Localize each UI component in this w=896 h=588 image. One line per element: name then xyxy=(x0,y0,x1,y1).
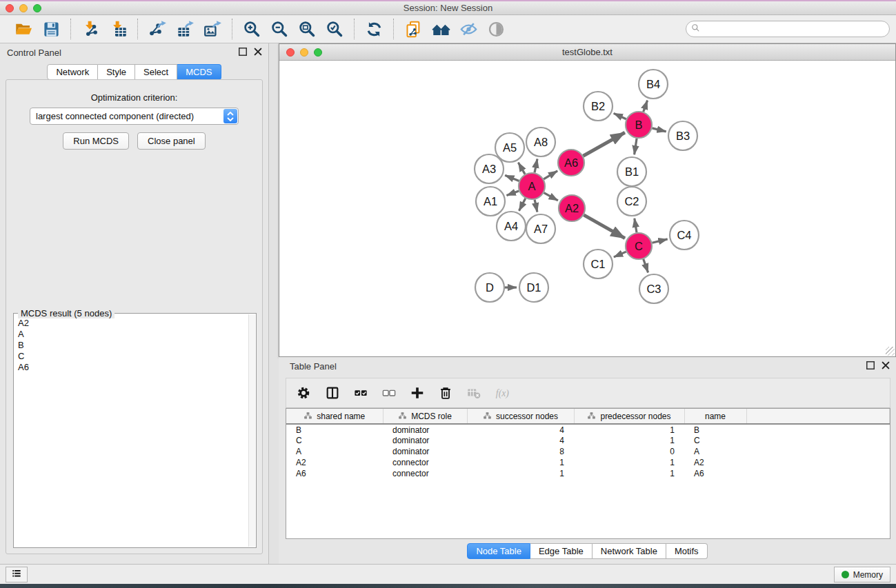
export-image-icon[interactable] xyxy=(203,19,222,39)
tab-select[interactable]: Select xyxy=(135,64,177,80)
table-float-panel-icon[interactable] xyxy=(866,361,875,372)
table-tab-edge-table[interactable]: Edge Table xyxy=(530,543,593,559)
table-row[interactable]: A2connector11A2 xyxy=(286,457,890,468)
zoom-fit-icon[interactable] xyxy=(297,19,317,39)
table-tab-network-table[interactable]: Network Table xyxy=(593,543,666,559)
show-all-icon[interactable] xyxy=(486,19,506,39)
edge-C-C3[interactable] xyxy=(644,259,648,273)
close-panel-button[interactable]: Close panel xyxy=(137,132,206,150)
edge-C-C2[interactable] xyxy=(635,219,637,233)
zoom-in-icon[interactable] xyxy=(242,19,261,39)
edge-A-A1[interactable] xyxy=(507,191,519,196)
node-C4[interactable]: C4 xyxy=(670,221,699,250)
node-A4[interactable]: A4 xyxy=(497,212,526,241)
edge-B-B4[interactable] xyxy=(644,101,648,112)
node-B4[interactable]: B4 xyxy=(639,70,668,99)
export-table-icon[interactable] xyxy=(175,19,195,39)
column-header-MCDS-role[interactable]: MCDS role xyxy=(383,409,467,424)
optimization-criterion-select[interactable]: largest connected component (directed) xyxy=(30,108,239,125)
close-panel-icon[interactable] xyxy=(253,47,263,59)
result-item[interactable]: A2 xyxy=(15,318,248,329)
show-columns-icon[interactable] xyxy=(352,385,369,401)
delete-table-icon[interactable] xyxy=(466,385,482,401)
network-canvas[interactable]: AA1A2A3A4A5A6A7A8BB1B2B3B4CC1C2C3C4DD1 xyxy=(279,61,895,356)
result-item[interactable]: A xyxy=(15,329,248,340)
edge-A-A5[interactable] xyxy=(518,163,525,174)
window-resize-grip[interactable] xyxy=(886,347,895,356)
edge-C-C1[interactable] xyxy=(614,252,626,257)
edge-A-A4[interactable] xyxy=(519,199,526,211)
node-table-grid[interactable]: shared nameMCDS rolesuccessor nodesprede… xyxy=(286,409,890,479)
table-tab-motifs[interactable]: Motifs xyxy=(666,543,708,559)
search-field[interactable] xyxy=(686,21,890,37)
table-close-panel-icon[interactable] xyxy=(881,361,890,372)
table-tab-node-table[interactable]: Node Table xyxy=(467,543,530,559)
table-row[interactable]: A6connector11A6 xyxy=(286,468,890,479)
edge-B-B2[interactable] xyxy=(614,113,626,119)
import-table-icon[interactable] xyxy=(108,19,128,39)
edge-A-A3[interactable] xyxy=(505,175,519,181)
edge-B-B3[interactable] xyxy=(652,128,666,132)
table-row[interactable]: Bdominator41B xyxy=(286,424,890,435)
column-header-shared-name[interactable]: shared name xyxy=(286,409,383,424)
zoom-out-icon[interactable] xyxy=(270,19,289,39)
edge-A-A7[interactable] xyxy=(535,200,537,212)
node-A[interactable]: A xyxy=(519,173,545,199)
tab-network[interactable]: Network xyxy=(47,64,98,80)
apply-layout-icon[interactable] xyxy=(364,19,384,39)
node-B3[interactable]: B3 xyxy=(668,121,697,150)
hide-selected-icon[interactable] xyxy=(459,19,478,39)
node-A8[interactable]: A8 xyxy=(526,128,555,156)
edge-C-C4[interactable] xyxy=(652,239,667,243)
zoom-selected-icon[interactable] xyxy=(325,19,344,39)
node-A5[interactable]: A5 xyxy=(495,133,524,162)
column-header-successor-nodes[interactable]: successor nodes xyxy=(467,409,574,424)
create-column-icon[interactable] xyxy=(409,385,426,401)
node-C2[interactable]: C2 xyxy=(617,187,646,216)
result-item[interactable]: C xyxy=(15,351,248,362)
task-history-button[interactable] xyxy=(6,567,28,582)
result-item[interactable]: A6 xyxy=(15,362,248,373)
hide-columns-icon[interactable] xyxy=(381,385,397,401)
tab-style[interactable]: Style xyxy=(98,64,135,80)
edge-A2-C[interactable] xyxy=(584,215,625,239)
column-header-predecessor-nodes[interactable]: predecessor nodes xyxy=(574,409,684,424)
float-panel-icon[interactable] xyxy=(238,47,248,59)
export-network-icon[interactable] xyxy=(148,19,167,39)
memory-button[interactable]: Memory xyxy=(834,567,890,582)
edge-A-A2[interactable] xyxy=(544,193,558,201)
main-titlebar[interactable]: Session: New Session xyxy=(0,1,896,15)
first-neighbors-icon[interactable] xyxy=(431,19,450,39)
node-C[interactable]: C xyxy=(626,233,652,259)
node-B2[interactable]: B2 xyxy=(584,92,613,121)
new-network-from-selection-icon[interactable] xyxy=(404,19,423,39)
column-header-name[interactable]: name xyxy=(684,409,746,424)
node-A2[interactable]: A2 xyxy=(559,195,585,221)
search-input[interactable] xyxy=(701,22,889,36)
node-B1[interactable]: B1 xyxy=(617,157,646,186)
function-builder-icon[interactable]: f(x) xyxy=(494,385,510,401)
table-row[interactable]: Adominator80A xyxy=(286,446,890,457)
table-row[interactable]: Cdominator41C xyxy=(286,435,890,446)
column-view-icon[interactable] xyxy=(324,385,341,401)
node-C1[interactable]: C1 xyxy=(584,250,613,278)
run-mcds-button[interactable]: Run MCDS xyxy=(63,132,129,150)
edge-B-B1[interactable] xyxy=(635,139,637,155)
node-C3[interactable]: C3 xyxy=(639,274,668,303)
node-A7[interactable]: A7 xyxy=(526,214,555,243)
open-file-icon[interactable] xyxy=(14,19,33,39)
delete-columns-icon[interactable] xyxy=(437,385,454,401)
edge-A6-B[interactable] xyxy=(583,132,625,156)
network-window-titlebar[interactable]: testGlobe.txt xyxy=(279,44,895,61)
node-D[interactable]: D xyxy=(475,273,504,302)
result-item[interactable]: B xyxy=(15,340,248,351)
node-B[interactable]: B xyxy=(626,112,652,138)
network-graph[interactable]: AA1A2A3A4A5A6A7A8BB1B2B3B4CC1C2C3C4DD1 xyxy=(279,61,894,356)
save-session-icon[interactable] xyxy=(41,19,61,39)
node-A3[interactable]: A3 xyxy=(475,154,504,183)
node-D1[interactable]: D1 xyxy=(519,273,548,302)
mcds-result-list[interactable]: A2ABCA6 xyxy=(15,318,248,546)
import-network-icon[interactable] xyxy=(81,19,100,39)
edge-A-A8[interactable] xyxy=(535,159,537,173)
node-A1[interactable]: A1 xyxy=(476,187,505,216)
